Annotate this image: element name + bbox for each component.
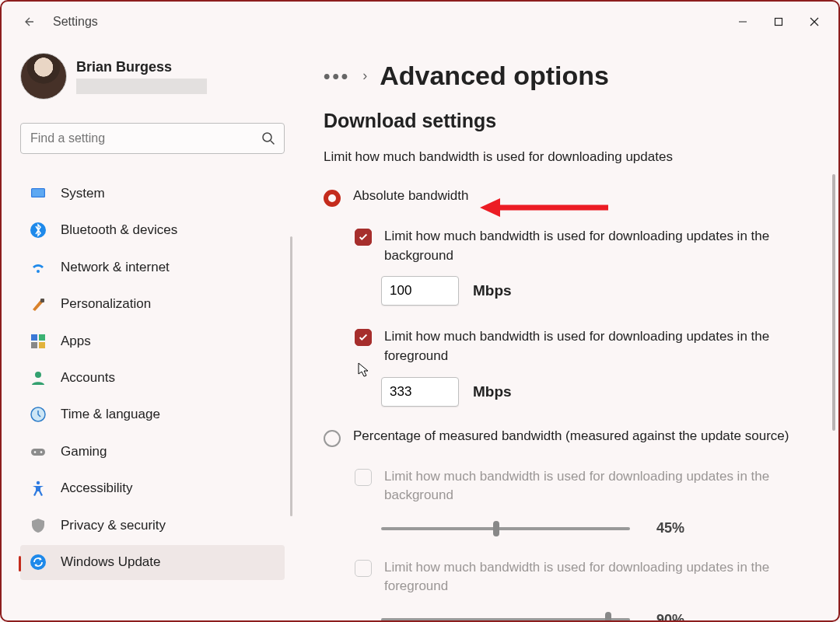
sidebar-item-label: Bluetooth & devices [61, 222, 177, 238]
back-button[interactable] [17, 11, 39, 33]
svg-rect-13 [39, 342, 45, 348]
update-icon [30, 554, 47, 571]
sidebar-item-apps[interactable]: Apps [20, 323, 285, 358]
checkbox-fg-limit[interactable]: Limit how much bandwidth is used for dow… [324, 327, 826, 365]
profile-email-redacted [76, 79, 207, 94]
content-scrollbar[interactable] [832, 174, 835, 431]
sidebar: Brian Burgess System Bluetooth & devices [2, 42, 297, 620]
checkbox-label: Limit how much bandwidth is used for dow… [384, 467, 820, 505]
sidebar-item-label: Network & internet [61, 260, 170, 275]
svg-point-4 [263, 133, 271, 142]
svg-point-18 [40, 451, 43, 453]
sidebar-item-network[interactable]: Network & internet [20, 250, 285, 285]
sidebar-item-label: Apps [61, 334, 91, 349]
nav-list: System Bluetooth & devices Network & int… [20, 176, 297, 580]
content-pane: ••• › Advanced options Download settings… [297, 42, 838, 620]
minimize-button[interactable] [725, 8, 761, 36]
sidebar-item-gaming[interactable]: Gaming [20, 434, 285, 469]
bg-bandwidth-input[interactable] [381, 276, 459, 306]
radio-percentage-bandwidth[interactable]: Percentage of measured bandwidth (measur… [324, 428, 826, 447]
checkbox-indicator [355, 229, 372, 246]
sidebar-item-accounts[interactable]: Accounts [20, 360, 285, 395]
breadcrumb: ••• › Advanced options [324, 61, 826, 91]
svg-rect-11 [39, 334, 45, 341]
section-heading: Download settings [324, 110, 826, 132]
sidebar-item-accessibility[interactable]: Accessibility [20, 471, 285, 506]
profile-name: Brian Burgess [76, 59, 207, 75]
chevron-right-icon: › [362, 68, 367, 84]
sidebar-item-system[interactable]: System [20, 176, 285, 211]
svg-rect-1 [775, 19, 782, 26]
checkbox-indicator [355, 469, 372, 486]
checkbox-bg-limit[interactable]: Limit how much bandwidth is used for dow… [324, 227, 826, 265]
unit-label: Mbps [473, 383, 512, 400]
accessibility-icon [30, 480, 47, 497]
sidebar-item-label: Gaming [61, 444, 107, 460]
wifi-icon [30, 259, 47, 276]
sidebar-item-bluetooth[interactable]: Bluetooth & devices [20, 212, 285, 247]
svg-line-5 [271, 141, 275, 145]
checkbox-indicator [355, 329, 372, 346]
brush-icon [30, 295, 47, 313]
bg-pct-value: 45% [656, 520, 684, 536]
bluetooth-icon [30, 222, 47, 239]
svg-rect-16 [31, 449, 45, 456]
sidebar-item-label: Privacy & security [61, 518, 166, 533]
fg-pct-slider[interactable] [381, 610, 630, 620]
sidebar-scrollbar[interactable] [290, 236, 292, 516]
radio-indicator [324, 430, 341, 447]
radio-label: Absolute bandwidth [353, 188, 468, 204]
radio-label: Percentage of measured bandwidth (measur… [353, 428, 789, 444]
svg-point-20 [30, 554, 46, 570]
sidebar-item-windows-update[interactable]: Windows Update [20, 545, 285, 580]
person-icon [30, 369, 47, 386]
gamepad-icon [30, 443, 47, 460]
app-title: Settings [53, 15, 98, 29]
fg-pct-value: 90% [656, 612, 684, 620]
svg-rect-7 [32, 189, 44, 197]
sidebar-item-label: Accessibility [61, 480, 133, 496]
shield-icon [30, 517, 47, 534]
radio-absolute-bandwidth[interactable]: Absolute bandwidth [324, 188, 826, 207]
maximize-button[interactable] [761, 8, 796, 36]
radio-indicator [324, 190, 341, 207]
search-icon [261, 131, 275, 145]
page-title: Advanced options [380, 61, 609, 91]
svg-rect-10 [31, 334, 37, 341]
checkbox-label: Limit how much bandwidth is used for dow… [384, 227, 820, 265]
sidebar-item-label: Windows Update [61, 554, 161, 570]
fg-bandwidth-input[interactable] [381, 377, 459, 407]
sidebar-item-label: System [61, 186, 105, 201]
unit-label: Mbps [473, 282, 512, 299]
avatar [20, 53, 67, 100]
section-description: Limit how much bandwidth is used for dow… [324, 149, 826, 165]
sidebar-item-time[interactable]: Time & language [20, 397, 285, 432]
window-controls [725, 8, 832, 36]
sidebar-item-privacy[interactable]: Privacy & security [20, 508, 285, 543]
sidebar-item-personalization[interactable]: Personalization [20, 286, 285, 321]
profile-block[interactable]: Brian Burgess [20, 53, 297, 100]
svg-point-19 [37, 481, 40, 484]
svg-rect-9 [40, 299, 44, 302]
apps-icon [30, 333, 47, 350]
checkbox-label: Limit how much bandwidth is used for dow… [384, 558, 820, 596]
svg-point-17 [34, 451, 37, 453]
sidebar-item-label: Accounts [61, 370, 115, 386]
clock-icon [30, 406, 47, 423]
svg-point-14 [35, 372, 41, 378]
search-input[interactable] [20, 123, 285, 154]
bg-pct-slider[interactable] [381, 519, 630, 538]
titlebar: Settings [2, 2, 838, 42]
checkbox-bg-pct-limit[interactable]: Limit how much bandwidth is used for dow… [324, 467, 826, 505]
sidebar-item-label: Personalization [61, 296, 151, 312]
sidebar-item-label: Time & language [61, 407, 160, 422]
close-button[interactable] [796, 8, 832, 36]
svg-rect-12 [31, 342, 37, 348]
breadcrumb-ellipsis[interactable]: ••• [324, 72, 350, 80]
checkbox-indicator [355, 560, 372, 577]
system-icon [30, 185, 47, 202]
checkbox-label: Limit how much bandwidth is used for dow… [384, 327, 820, 365]
checkbox-fg-pct-limit[interactable]: Limit how much bandwidth is used for dow… [324, 558, 826, 596]
